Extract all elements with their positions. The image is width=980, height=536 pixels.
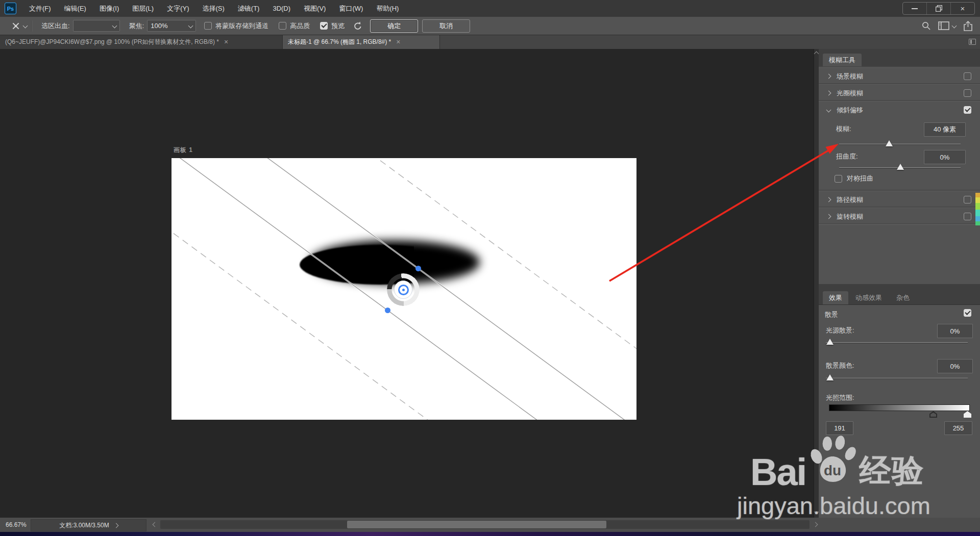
motion-effects-tab[interactable]: 动感效果 <box>849 291 888 304</box>
slider-track[interactable] <box>826 342 968 343</box>
distortion-value[interactable]: 0% <box>924 150 966 164</box>
menu-select[interactable]: 选择(S) <box>195 0 231 17</box>
scroll-up-icon[interactable] <box>814 52 819 57</box>
collapse-panels-icon[interactable] <box>969 39 976 45</box>
tilt-shift-checkbox[interactable] <box>964 106 971 114</box>
section-label: 场景模糊 <box>837 72 863 81</box>
zoom-level[interactable]: 66.67% <box>6 521 27 528</box>
tab-close-icon[interactable]: × <box>396 38 400 45</box>
bleed-select[interactable] <box>73 20 120 32</box>
divider <box>819 224 980 225</box>
focus-select[interactable]: 100% <box>147 20 196 32</box>
blur-pin-tool-icon[interactable] <box>11 21 20 31</box>
workspace-icon[interactable] <box>938 21 949 30</box>
slider-thumb[interactable] <box>886 140 893 146</box>
reset-icon[interactable] <box>353 21 363 31</box>
symmetric-distortion-label: 对称扭曲 <box>847 174 873 183</box>
close-button[interactable]: × <box>950 3 974 14</box>
focus-line-handle-bottom[interactable] <box>385 308 390 313</box>
menu-edit[interactable]: 编辑(E) <box>58 0 93 17</box>
noise-tab[interactable]: 杂色 <box>890 291 916 304</box>
spin-blur-checkbox[interactable] <box>964 213 971 220</box>
symmetric-distortion-checkbox[interactable] <box>835 175 842 183</box>
divider <box>31 20 32 32</box>
high-quality-checkbox[interactable] <box>279 22 286 30</box>
close-icon: × <box>961 5 965 12</box>
focus-label: 聚焦: <box>129 21 144 31</box>
desktop-color-strip <box>975 193 980 225</box>
status-expand-icon[interactable] <box>113 523 118 528</box>
menu-3d[interactable]: 3D(D) <box>266 0 297 17</box>
menu-image[interactable]: 图像(I) <box>93 0 126 17</box>
menu-help[interactable]: 帮助(H) <box>370 0 405 17</box>
menu-type[interactable]: 文字(Y) <box>160 0 195 17</box>
workspace-chevron-icon[interactable] <box>952 23 957 29</box>
menu-file[interactable]: 文件(F) <box>22 0 58 17</box>
preview-label: 预览 <box>331 21 345 31</box>
path-blur-checkbox[interactable] <box>964 196 971 203</box>
menu-view[interactable]: 视图(V) <box>297 0 332 17</box>
photoshop-logo-icon: Ps <box>5 3 16 14</box>
section-field-blur[interactable]: 场景模糊 <box>819 67 980 85</box>
blur-tools-panel-tab[interactable]: 模糊工具 <box>823 54 862 67</box>
slider-thumb[interactable] <box>826 374 834 380</box>
blur-pin-center[interactable] <box>394 280 412 299</box>
distortion-label: 扭曲度: <box>836 152 858 161</box>
light-range-label: 光照范围: <box>826 393 854 402</box>
light-range-gradient[interactable] <box>829 404 970 411</box>
focus-line-handle-top[interactable] <box>415 266 421 271</box>
preview-checkbox[interactable] <box>320 22 328 30</box>
slider-track[interactable] <box>826 378 968 378</box>
high-quality-option: 高品质 <box>279 21 310 31</box>
window-controls: × <box>902 2 975 15</box>
slider-thumb[interactable] <box>826 339 834 345</box>
share-icon[interactable] <box>963 21 973 31</box>
chevron-right-icon <box>826 197 831 202</box>
bokeh-checkbox[interactable] <box>964 309 971 317</box>
scroll-left-icon[interactable] <box>153 522 158 527</box>
tool-preset-chevron-icon[interactable] <box>23 23 28 29</box>
section-spin-blur[interactable]: 旋转模糊 <box>819 208 980 225</box>
light-range-min-value[interactable]: 191 <box>826 421 853 435</box>
menu-window[interactable]: 窗口(W) <box>332 0 370 17</box>
ok-button[interactable]: 确定 <box>370 19 418 33</box>
slider-track[interactable] <box>839 144 961 144</box>
search-icon[interactable] <box>921 21 931 31</box>
minimize-button[interactable] <box>903 3 926 14</box>
field-blur-checkbox[interactable] <box>964 72 971 80</box>
document-info-text: 文档:3.00M/3.50M <box>59 521 109 530</box>
slider-thumb[interactable] <box>897 164 904 170</box>
section-tilt-shift[interactable]: 倾斜偏移 <box>819 101 980 118</box>
effects-tab[interactable]: 效果 <box>823 291 848 304</box>
horizontal-scrollbar-thumb[interactable] <box>347 521 606 528</box>
canvas-area: 画板 1 <box>0 49 814 518</box>
menu-filter[interactable]: 滤镜(T) <box>231 0 266 17</box>
bokeh-color-slider[interactable] <box>826 374 968 382</box>
iris-blur-checkbox[interactable] <box>964 89 971 97</box>
bokeh-color-value[interactable]: 0% <box>937 359 973 373</box>
section-path-blur[interactable]: 路径模糊 <box>819 191 980 208</box>
light-bokeh-value[interactable]: 0% <box>937 324 973 338</box>
focus-value: 100% <box>151 22 167 30</box>
light-range-min-thumb[interactable] <box>929 411 937 418</box>
horizontal-scrollbar[interactable] <box>160 520 810 529</box>
menu-layer[interactable]: 图层(L) <box>126 0 160 17</box>
artboard <box>172 158 636 420</box>
light-bokeh-slider[interactable] <box>826 338 968 346</box>
scroll-down-icon[interactable] <box>814 509 819 515</box>
blur-amount-value[interactable]: 40 像素 <box>924 122 966 137</box>
light-range-max-value[interactable]: 255 <box>944 421 972 435</box>
save-mask-label: 将蒙版存储到通道 <box>215 21 268 31</box>
scroll-right-icon[interactable] <box>813 522 818 527</box>
cancel-button[interactable]: 取消 <box>422 19 470 33</box>
distortion-slider[interactable] <box>839 163 961 171</box>
restore-button[interactable] <box>926 3 950 14</box>
blur-amount-slider[interactable] <box>839 140 961 148</box>
save-mask-checkbox[interactable] <box>204 22 212 30</box>
light-range-max-thumb[interactable] <box>964 411 971 418</box>
document-tab-1[interactable]: (Q6~JEUFF)@JP94CKI6W@$7.png @ 100% (PR如何… <box>0 35 283 49</box>
document-tab-2[interactable]: 未标题-1 @ 66.7% (椭圆 1, RGB/8#) * × <box>283 35 440 49</box>
document-info[interactable]: 文档:3.00M/3.50M <box>31 519 146 531</box>
section-iris-blur[interactable]: 光圈模糊 <box>819 84 980 101</box>
tab-close-icon[interactable]: × <box>224 38 228 45</box>
